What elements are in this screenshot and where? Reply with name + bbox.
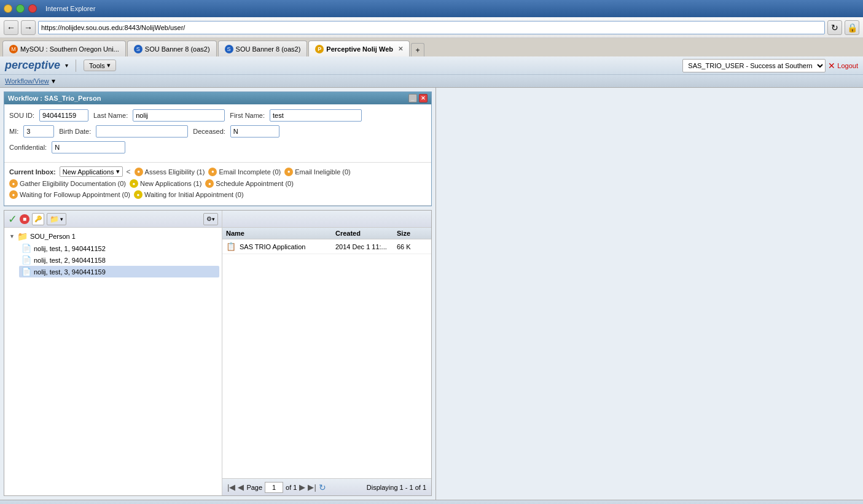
workflow-view-bar: Workflow/View ▾ (0, 75, 863, 88)
address-bar[interactable] (38, 21, 825, 34)
tree-folder-btn[interactable]: 📁 ▾ (47, 213, 66, 225)
workflow-view-link[interactable]: Workflow/View (5, 77, 49, 85)
tab-favicon-banner2: S (225, 45, 233, 53)
birth-date-input[interactable] (96, 125, 188, 138)
inbox-nav-back[interactable]: < (127, 168, 131, 176)
first-name-input[interactable] (270, 109, 362, 122)
tree-item-2-icon: 📄 (21, 267, 31, 276)
tab-perceptive[interactable]: P Perceptive Nolij Web ✕ (308, 41, 410, 56)
inbox-item-waitfollow[interactable]: ● Waiting for Followup Appointment (0) (9, 190, 130, 199)
page-last-btn[interactable]: ▶| (308, 483, 316, 492)
tree-check-icon[interactable]: ✓ (8, 212, 17, 226)
inbox-icon-waitfollow: ● (9, 190, 18, 199)
inbox-item-waitinitial[interactable]: ● Waiting for Initial Appointment (0) (134, 190, 244, 199)
inbox-item-email-incomplete[interactable]: ● Email Incomplete (0) (208, 168, 281, 176)
workflow-title-btns: _ ✕ (408, 94, 428, 103)
sou-id-input[interactable] (39, 109, 88, 122)
tab-label-banner2: SOU Banner 8 (oas2) (236, 45, 301, 53)
tree-root-toggle[interactable]: ▼ (9, 233, 15, 239)
inbox-item-email-ineligible[interactable]: ● Email Ineligible (0) (284, 168, 350, 176)
inbox-dropdown[interactable]: New Applications ▾ (60, 166, 123, 177)
page-first-btn[interactable]: |◀ (227, 483, 235, 492)
workflow-view-dropdown[interactable]: ▾ (52, 77, 55, 85)
tools-dropdown-icon: ▾ (107, 61, 111, 69)
app-logo: perceptive (5, 59, 60, 72)
tree-panel: ✓ ■ 🔑 📁 ▾ ⚙ ▾ ▼ (4, 211, 222, 495)
close-btn[interactable] (28, 4, 37, 13)
tools-btn[interactable]: Tools ▾ (84, 60, 116, 71)
file-list-toolbar (222, 211, 431, 228)
tree-stop-icon[interactable]: ■ (20, 214, 29, 224)
refresh-nav-btn[interactable]: ↻ (827, 20, 842, 35)
tools-label: Tools (89, 62, 105, 69)
col-name-header: Name (226, 230, 335, 237)
tab-mysou[interactable]: M MySOU : Southern Oregon Uni... (2, 41, 126, 56)
tree-gear-btn[interactable]: ⚙ ▾ (203, 213, 218, 225)
file-explorer-bar: File Explorer ⬚ (0, 500, 863, 504)
form-row-1: SOU ID: Last Name: First Name: (9, 109, 426, 122)
toolbar-divider (76, 60, 76, 72)
file-list-panel: Name Created Size 📋 SAS TRIO Application… (222, 211, 431, 495)
inbox-item-gather[interactable]: ● Gather Eligibility Documentation (0) (9, 179, 126, 188)
tab-label-banner1: SOU Banner 8 (oas2) (145, 45, 210, 53)
file-created-0: 2014 Dec 1 11:... (335, 243, 397, 250)
page-prev-btn[interactable]: ◀ (238, 483, 244, 492)
inbox-item-schedule[interactable]: ● Schedule Appointment (0) (205, 179, 294, 188)
tree-root[interactable]: ▼ 📁 SOU_Person 1 (7, 230, 219, 242)
user-dropdown[interactable]: SAS_TRIO_USER - Success at Southern (682, 59, 826, 72)
maximize-btn[interactable] (16, 4, 25, 13)
inbox-icon-assess: ● (135, 168, 143, 176)
logo-dropdown[interactable]: ▾ (65, 62, 68, 69)
page-of-label: of 1 (286, 484, 297, 491)
tab-close-perceptive[interactable]: ✕ (398, 45, 403, 52)
person-form: SOU ID: Last Name: First Name: MI: Birth… (4, 104, 431, 163)
file-browser: ✓ ■ 🔑 📁 ▾ ⚙ ▾ ▼ (4, 210, 432, 496)
file-icon-0: 📋 (226, 242, 236, 251)
deceased-input[interactable] (230, 125, 279, 138)
app-container: perceptive ▾ Tools ▾ SAS_TRIO_USER - Suc… (0, 56, 863, 504)
tree-item-0-icon: 📄 (21, 244, 31, 253)
refresh-icon[interactable]: ↻ (319, 483, 326, 492)
tree-item-1[interactable]: 📄 nolij, test, 2, 940441158 (19, 254, 219, 266)
wf-minimize-btn[interactable]: _ (408, 94, 417, 103)
app-toolbar: perceptive ▾ Tools ▾ SAS_TRIO_USER - Suc… (0, 56, 863, 75)
mi-input[interactable] (23, 125, 54, 138)
forward-btn[interactable]: → (21, 20, 36, 35)
inbox-label-assess: Assess Eligibility (1) (145, 168, 205, 176)
logout-icon: ✕ (828, 61, 835, 71)
tab-banner2[interactable]: S SOU Banner 8 (oas2) (218, 41, 308, 56)
inbox-icon-new-apps: ● (130, 179, 138, 188)
inbox-icon-waitinitial: ● (134, 190, 143, 199)
tab-label-perceptive: Perceptive Nolij Web (326, 45, 393, 53)
last-name-label: Last Name: (93, 112, 128, 119)
first-name-label: First Name: (230, 112, 265, 119)
tree-root-label: SOU_Person 1 (30, 233, 76, 240)
new-tab-btn[interactable]: + (411, 43, 424, 56)
inbox-icon-email-ineligible: ● (284, 168, 293, 176)
back-btn[interactable]: ← (4, 20, 18, 35)
wf-close-btn[interactable]: ✕ (419, 94, 428, 103)
workflow-titlebar: Workflow : SAS_Trio_Person _ ✕ (4, 92, 431, 104)
minimize-btn[interactable] (4, 4, 12, 13)
page-input[interactable] (265, 482, 283, 493)
col-created-header: Created (335, 230, 397, 237)
tree-folder-dropdown: ▾ (60, 216, 63, 222)
tree-key-btn[interactable]: 🔑 (32, 213, 44, 225)
logout-btn[interactable]: ✕ Logout (828, 61, 858, 71)
last-name-input[interactable] (133, 109, 225, 122)
tree-item-0[interactable]: 📄 nolij, test, 1, 940441152 (19, 242, 219, 254)
confidential-input[interactable] (52, 141, 125, 153)
user-selector: SAS_TRIO_USER - Success at Southern ✕ Lo… (682, 59, 858, 72)
file-row-0[interactable]: 📋 SAS TRIO Application 2014 Dec 1 11:...… (222, 239, 431, 254)
inbox-row-1: Current Inbox: New Applications ▾ < ● As… (9, 166, 426, 177)
tree-item-2[interactable]: 📄 nolij, test, 3, 940441159 (19, 266, 219, 277)
inbox-label-waitfollow: Waiting for Followup Appointment (0) (20, 191, 130, 198)
inbox-item-assess[interactable]: ● Assess Eligibility (1) (135, 168, 205, 176)
tab-banner1[interactable]: S SOU Banner 8 (oas2) (127, 41, 217, 56)
inbox-item-new-apps[interactable]: ● New Applications (1) (130, 179, 201, 188)
file-size-0: 66 K (397, 243, 428, 250)
page-next-btn[interactable]: ▶ (299, 483, 305, 492)
inbox-label-waitinitial: Waiting for Initial Appointment (0) (144, 191, 244, 198)
workflow-title: Workflow : SAS_Trio_Person (8, 95, 101, 102)
tree-toolbar: ✓ ■ 🔑 📁 ▾ ⚙ ▾ (4, 211, 222, 228)
